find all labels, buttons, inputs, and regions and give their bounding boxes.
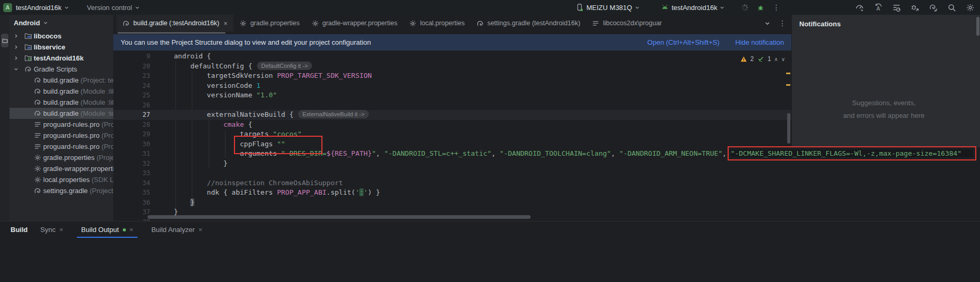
close-icon[interactable]: × — [199, 226, 203, 234]
run-config-label: testAndroid16k — [672, 4, 718, 12]
tree-item-label: gradle-wrapper.properties (Gradle Versio… — [43, 165, 113, 173]
code-line-9[interactable]: 9android { — [113, 52, 791, 62]
inspections-widget[interactable]: 2 1 ∧ ∨ — [740, 54, 785, 64]
prev-problem-icon[interactable]: ∧ — [774, 56, 778, 62]
gear-icon — [239, 19, 247, 27]
line-number: 20 — [113, 62, 150, 72]
project-view-header[interactable]: Android — [9, 15, 113, 31]
editor-vertical-scrollbar[interactable] — [787, 113, 790, 144]
inlay-hint: DefaultConfig it -> — [257, 62, 312, 70]
gear-icon — [409, 19, 417, 27]
line-number: 36 — [113, 198, 150, 208]
editor-tab-3[interactable]: gradle-wrapper.properties — [306, 15, 403, 32]
tree-item-gradle-wrapper-properties[interactable]: gradle-wrapper.properties (Gradle Versio… — [9, 163, 113, 174]
code-line-25[interactable]: 25 versionName "1.0" — [113, 90, 791, 100]
tree-item-libcocos[interactable]: libcocos — [9, 31, 113, 42]
tree-item-gradle-scripts[interactable]: Gradle Scripts — [9, 64, 113, 75]
code-line-31[interactable]: 31 arguments "-DRES_DIR=${RES_PATH}", "-… — [113, 149, 791, 159]
project-widget[interactable]: testAndroid16k — [12, 1, 73, 14]
notifications-title: Notifications — [799, 20, 841, 28]
editor-tab-4[interactable]: local.properties — [403, 15, 471, 32]
close-icon[interactable]: × — [59, 226, 63, 234]
tree-item-settings-gradle[interactable]: settings.gradle (Project Settings) — [9, 185, 113, 196]
editor-tab-5[interactable]: settings.gradle (testAndroid16k) — [471, 15, 586, 32]
tree-item-build-gradle[interactable]: build.gradle (Module :testAndroid16k) — [9, 108, 113, 119]
more-actions-icon[interactable]: ⋮ — [771, 3, 781, 12]
attach-debugger-icon[interactable] — [910, 3, 919, 12]
warning-icon — [740, 56, 747, 63]
tree-item-proguard-rules-pro[interactable]: proguard-rules.pro (ProGuard Rules for :… — [9, 119, 113, 130]
code-text: targetSdkVersion PROP_TARGET_SDK_VERSION — [174, 71, 372, 81]
chevron-right-icon[interactable] — [14, 34, 19, 38]
tree-item-build-gradle[interactable]: build.gradle (Module :libcocos) — [9, 86, 113, 97]
tab-options-icon[interactable]: ⋮ — [779, 19, 786, 27]
chevron-down-icon[interactable] — [14, 67, 19, 72]
error-stripe-warning-mark[interactable] — [786, 84, 790, 86]
next-problem-icon[interactable]: ∨ — [781, 56, 785, 62]
line-number: 35 — [113, 188, 150, 198]
build-tab-build-analyzer[interactable]: Build Analyzer× — [146, 221, 208, 238]
code-line-35[interactable]: 35 ndk { abiFilters PROP_APP_ABI.split('… — [113, 188, 791, 198]
code-text: versionName "1.0" — [174, 90, 277, 100]
project-widget-label: testAndroid16k — [16, 4, 62, 12]
tree-item-testandroid16k[interactable]: testAndroid16k — [9, 53, 113, 64]
tab-strip-scrollbar[interactable] — [117, 32, 226, 34]
profiler-icon[interactable] — [855, 3, 864, 12]
debug-icon[interactable] — [756, 3, 765, 12]
inspections-ok-icon — [757, 55, 765, 63]
code-line-26[interactable]: 26 — [113, 100, 791, 110]
chevron-right-icon[interactable] — [14, 56, 19, 61]
close-icon[interactable]: × — [223, 19, 228, 27]
error-stripe-warning-mark[interactable] — [786, 73, 790, 74]
tree-item-libservice[interactable]: libservice — [9, 42, 113, 53]
window-scrollbar-thumb[interactable] — [976, 17, 979, 36]
gradle-icon — [34, 187, 42, 195]
tree-item-local-properties[interactable]: local.properties (SDK Location) — [9, 174, 113, 185]
code-line-20[interactable]: 20 defaultConfig {DefaultConfig it -> — [113, 62, 791, 72]
close-icon[interactable]: × — [130, 226, 134, 234]
warning-count: 2 — [750, 55, 754, 63]
run-config-selector[interactable]: testAndroid16k — [657, 1, 729, 14]
code-line-30[interactable]: 30 cppFlags "" — [113, 139, 791, 149]
editor-tab-2[interactable]: gradle.properties — [233, 15, 306, 32]
device-selector[interactable]: MEIZU M381Q — [572, 1, 643, 14]
main-toolbar: A testAndroid16k Version control MEIZU M… — [0, 0, 980, 15]
tree-item-proguard-rules-pro[interactable]: proguard-rules.pro (ProGuard Rules for :… — [9, 130, 113, 141]
project-panel: Android libcocoslibservicetestAndroid16k… — [9, 15, 113, 221]
tree-item-build-gradle[interactable]: build.gradle (Project: testAndroid16k) — [9, 75, 113, 86]
build-tab-build-output[interactable]: Build Output× — [76, 221, 139, 238]
code-line-33[interactable]: 33 — [113, 168, 791, 178]
code-line-27[interactable]: 27 externalNativeBuild {ExternalNativeBu… — [113, 110, 791, 120]
editor-horizontal-scrollbar[interactable] — [148, 215, 531, 219]
code-line-24[interactable]: 24 versionCode 1 — [113, 81, 791, 91]
banner-open-link[interactable]: Open (Ctrl+Alt+Shift+S) — [648, 38, 720, 46]
code-line-29[interactable]: 29 targets "cocos" — [113, 129, 791, 139]
svg-text:A: A — [876, 6, 880, 12]
tab-list-chevron-icon[interactable] — [765, 21, 770, 26]
tool-window-stripe — [0, 15, 9, 221]
tree-item-gradle-properties[interactable]: gradle.properties (Project Properties) — [9, 152, 113, 163]
vcs-widget[interactable]: Version control — [83, 1, 143, 14]
tree-item-label: Gradle Scripts — [34, 65, 77, 73]
build-variants-icon[interactable] — [891, 3, 901, 12]
code-line-23[interactable]: 23 targetSdkVersion PROP_TARGET_SDK_VERS… — [113, 71, 791, 81]
code-line-34[interactable]: 34 //noinspection ChromeOsAbiSupport — [113, 178, 791, 188]
chevron-down-icon — [135, 5, 140, 10]
build-tab-sync[interactable]: Sync× — [35, 221, 69, 238]
letter-a-sync-icon[interactable]: A — [873, 3, 883, 12]
code-line-36[interactable]: 36 } — [113, 198, 791, 208]
project-tool-window-button[interactable] — [1, 34, 8, 47]
search-icon[interactable] — [947, 3, 956, 12]
code-line-28[interactable]: 28 cmake { — [113, 120, 791, 130]
editor-tab-1[interactable]: build.gradle (:testAndroid16k)× — [116, 15, 233, 32]
code-line-32[interactable]: 32 } — [113, 159, 791, 169]
settings-icon[interactable] — [965, 3, 975, 12]
chevron-right-icon[interactable] — [14, 45, 19, 49]
editor-tab-6[interactable]: libcocos2dx\proguar — [586, 15, 668, 32]
gradle-sync-icon[interactable] — [928, 3, 938, 12]
editor-tab-label: libcocos2dx\proguar — [603, 19, 662, 27]
banner-hide-link[interactable]: Hide notification — [736, 38, 785, 46]
tree-item-build-gradle[interactable]: build.gradle (Module :libservice) — [9, 97, 113, 108]
code-editor[interactable]: 9android {20 defaultConfig {DefaultConfi… — [113, 50, 791, 227]
tree-item-proguard-rules-pro[interactable]: proguard-rules.pro (ProGuard Rules for :… — [9, 141, 113, 152]
